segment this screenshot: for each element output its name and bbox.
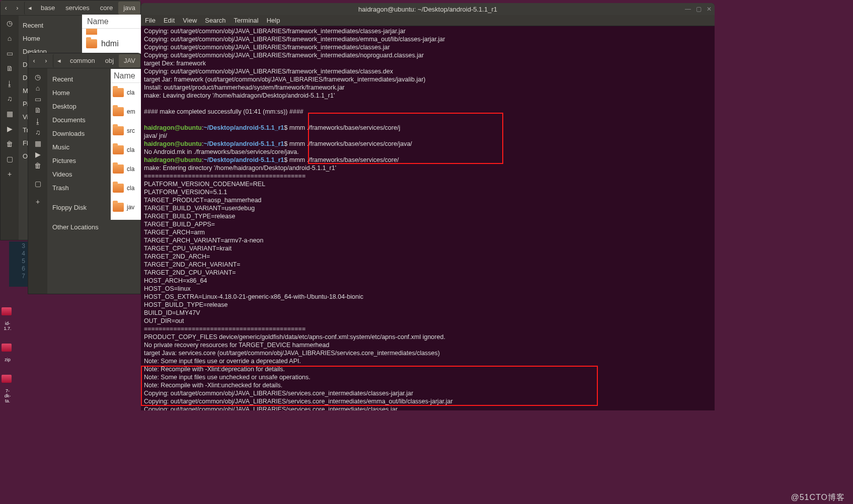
item-label: cla: [127, 146, 134, 153]
list-item[interactable]: cla: [111, 179, 141, 198]
recent-icon[interactable]: ◷: [33, 72, 42, 81]
trash-icon[interactable]: 🗑: [5, 139, 14, 148]
term-line: TARGET_PRODUCT=aosp_hammerhead: [144, 197, 262, 204]
maximize-icon[interactable]: ▢: [696, 6, 702, 13]
place-label: Home: [52, 89, 70, 97]
menu-help[interactable]: Help: [267, 17, 280, 24]
list-item[interactable]: cla: [111, 159, 141, 179]
crumb-base[interactable]: base: [36, 2, 60, 15]
home-icon[interactable]: ⌂: [33, 83, 42, 93]
menu-edit[interactable]: Edit: [164, 17, 175, 24]
documents-icon[interactable]: 🗎: [5, 64, 14, 73]
term-line: BUILD_ID=LMY47V: [144, 309, 200, 316]
crumb-common[interactable]: common: [65, 54, 100, 67]
term-line: TARGET_BUILD_VARIANT=userdebug: [144, 205, 255, 212]
nav-forward-icon[interactable]: ›: [40, 54, 52, 67]
nav-forward-icon[interactable]: ›: [12, 2, 23, 15]
path-root-icon[interactable]: ◂: [53, 54, 65, 67]
term-line: TARGET_2ND_CPU_VARIANT=: [144, 269, 236, 276]
music-icon[interactable]: ♫: [5, 94, 14, 103]
minimize-icon[interactable]: —: [685, 6, 691, 13]
add-icon[interactable]: +: [33, 197, 42, 206]
pictures-icon[interactable]: ▦: [5, 109, 14, 118]
watermark: @51CTO博客: [791, 492, 845, 503]
close-icon[interactable]: ✕: [707, 6, 712, 13]
line-number: 7: [11, 273, 27, 280]
fm-back-header: ‹ › ◂ base services core java: [1, 1, 140, 16]
list-item[interactable]: src: [111, 121, 141, 140]
column-header-name[interactable]: Name: [111, 69, 141, 83]
place-label: Desktop: [52, 103, 76, 110]
desktop-icon[interactable]: ▭: [33, 95, 42, 104]
term-line: TARGET_BUILD_APPS=: [144, 221, 215, 228]
terminal-output[interactable]: Copying: out/target/common/obj/JAVA_LIBR…: [141, 26, 715, 410]
term-line: Copying: out/target/common/obj/JAVA_LIBR…: [144, 36, 445, 43]
item-label: src: [127, 127, 135, 134]
list-item[interactable]: cla: [111, 140, 141, 159]
crumb-java[interactable]: java: [118, 2, 140, 15]
term-cmd: mmm ./frameworks/base/services/core/java…: [288, 140, 412, 147]
term-line: Copying: out/target/common/obj/JAVA_LIBR…: [144, 28, 406, 35]
term-line: TARGET_BUILD_TYPE=release: [144, 213, 235, 220]
crumb-obj[interactable]: obj: [100, 54, 119, 67]
desktop-icon[interactable]: ▭: [5, 49, 14, 58]
folder-icon: [86, 29, 97, 35]
term-line: Copying: out/target/common/obj/JAVA_LIBR…: [144, 406, 398, 410]
term-line: Note: Recompile with -Xlint:deprecation …: [144, 366, 285, 373]
crumb-services[interactable]: services: [60, 2, 95, 15]
crumb-core[interactable]: core: [95, 2, 118, 15]
floppy-icon[interactable]: ▢: [33, 179, 42, 188]
place-label: Recent: [52, 75, 73, 83]
list-item[interactable]: [82, 29, 141, 35]
home-icon[interactable]: ⌂: [5, 34, 14, 43]
terminal-titlebar[interactable]: haidragon@ubuntu: ~/Desktop/android-5.1.…: [141, 3, 715, 15]
crumb-jav[interactable]: JAV: [119, 54, 140, 67]
window-title: haidragon@ubuntu: ~/Desktop/android-5.1.…: [358, 6, 497, 13]
desktop-icons: id- 1.7. zip 7- dk- ta.: [0, 302, 15, 428]
term-line: #### make completed successfully (01:41 …: [144, 108, 303, 115]
place-label: Pictures: [52, 157, 76, 164]
nav-back-icon[interactable]: ‹: [1, 2, 12, 15]
list-item[interactable]: jav: [111, 198, 141, 217]
place-label: Videos: [52, 171, 72, 178]
music-icon[interactable]: ♫: [33, 128, 42, 137]
terminal-menubar: File Edit View Search Terminal Help: [141, 15, 715, 26]
list-item[interactable]: em: [111, 102, 141, 121]
fm-back-iconbar: ◷ ⌂ ▭ 🗎 ⭳ ♫ ▦ ▶ 🗑 ▢ +: [1, 16, 19, 240]
folder-icon: [113, 88, 124, 97]
menu-terminal[interactable]: Terminal: [234, 17, 259, 24]
recent-icon[interactable]: ◷: [5, 19, 14, 28]
trash-icon[interactable]: 🗑: [33, 161, 42, 170]
place-other[interactable]: Other Locations: [47, 220, 140, 234]
term-line: target Dex: framework: [144, 60, 206, 67]
floppy-icon[interactable]: ▢: [5, 154, 14, 163]
path-root-icon[interactable]: ◂: [24, 2, 35, 15]
term-line: HOST_OS_EXTRA=Linux-4.18.0-21-generic-x8…: [144, 293, 363, 300]
menu-search[interactable]: Search: [205, 17, 225, 24]
term-line: Note: Recompile with -Xlint:unchecked fo…: [144, 382, 282, 389]
desktop-item[interactable]: id- 1.7.: [0, 304, 15, 331]
folder-icon: [2, 375, 12, 383]
desktop-item[interactable]: zip: [0, 340, 15, 362]
term-line: Copying: out/target/common/obj/JAVA_LIBR…: [144, 68, 393, 75]
term-line: HOST_ARCH=x86_64: [144, 277, 207, 284]
prompt-path: ~/Desktop/android-5.1.1_r1: [203, 140, 284, 147]
desktop-item[interactable]: 7- dk- ta.: [0, 371, 15, 403]
add-icon[interactable]: +: [5, 170, 14, 179]
column-header-name[interactable]: Name: [82, 15, 141, 29]
list-item[interactable]: hdmi: [82, 35, 141, 53]
menu-file[interactable]: File: [145, 17, 156, 24]
videos-icon[interactable]: ▶: [33, 150, 42, 159]
documents-icon[interactable]: 🗎: [33, 106, 42, 115]
pictures-icon[interactable]: ▦: [33, 139, 42, 148]
prompt-user: haidragon@ubuntu: [144, 140, 202, 147]
nav-back-icon[interactable]: ‹: [28, 54, 40, 67]
videos-icon[interactable]: ▶: [5, 124, 14, 133]
menu-view[interactable]: View: [183, 17, 197, 24]
folder-icon: [113, 203, 124, 212]
place-label: Floppy Disk: [52, 204, 87, 211]
downloads-icon[interactable]: ⭳: [5, 79, 14, 88]
downloads-icon[interactable]: ⭳: [33, 117, 42, 126]
term-line: make: Leaving directory '/home/haidragon…: [144, 92, 335, 99]
list-item[interactable]: cla: [111, 83, 141, 102]
